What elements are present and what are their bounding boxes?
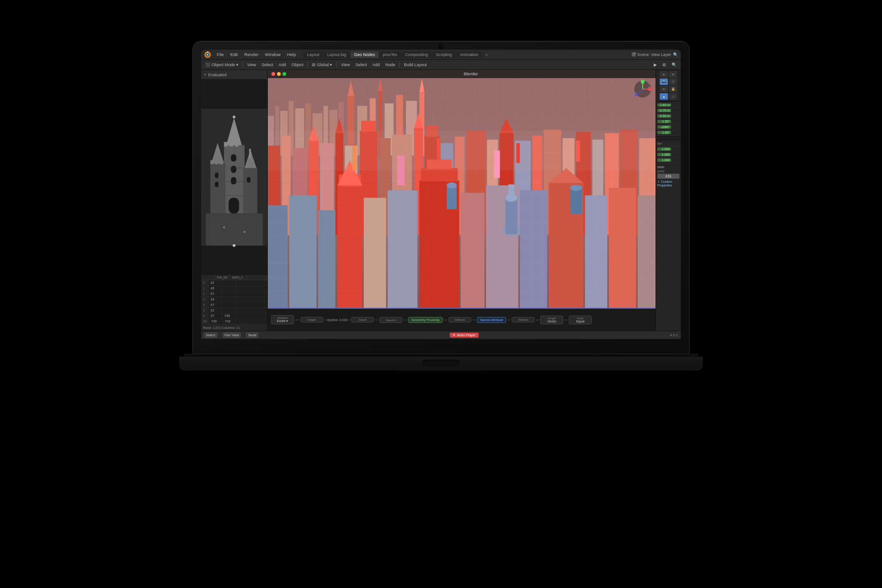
tab-layout[interactable]: Layout — [303, 51, 323, 58]
data-table: inst_idx stack_t... 042 145 257 — [201, 274, 267, 331]
menu-file[interactable]: File — [214, 51, 226, 58]
svg-rect-114 — [447, 186, 457, 209]
node-integer[interactable]: Integer — [300, 317, 323, 322]
prop-row-1: 1.63 m — [657, 102, 679, 108]
table-row: 316 — [201, 297, 267, 302]
add-menu[interactable]: Add — [276, 62, 288, 68]
select-menu[interactable]: Select — [259, 62, 275, 68]
modifier-menu[interactable]: View — [339, 62, 352, 68]
close-button[interactable] — [271, 72, 275, 76]
view-menu[interactable]: View — [245, 62, 258, 68]
object-mode-selector[interactable]: ⬛ Object Mode ▾ — [203, 62, 241, 68]
tab-compositing[interactable]: Compositing — [401, 51, 432, 58]
prop-val-6[interactable]: 1.83° — [657, 131, 671, 134]
prop-row-7: 1.000 — [657, 147, 679, 152]
svg-rect-9 — [235, 142, 238, 147]
right-panel: ▼ 👁 📷 ☑ 👁 🔒 — [656, 70, 681, 331]
menu-edit[interactable]: Edit — [227, 51, 240, 58]
svg-rect-23 — [206, 214, 263, 246]
svg-rect-22 — [247, 177, 250, 183]
tab-proctex[interactable]: procTex — [379, 51, 401, 58]
left-panel-header: + Evaluated — [201, 70, 267, 80]
toolbar: ⬛ Object Mode ▾ View Select Add Object ⊞… — [201, 60, 681, 70]
data-table-columns: inst_idx stack_t... — [201, 275, 267, 280]
search-toolbar[interactable]: 🔍 — [669, 62, 679, 68]
toolbar-right: ▶ ⊞ 🔍 — [651, 62, 679, 68]
lock-icon[interactable]: 🔒 — [669, 86, 677, 92]
outliner-icons: ▼ 👁 📷 ☑ 👁 🔒 — [656, 70, 681, 102]
prop-val-9[interactable]: 1.000 — [657, 158, 671, 162]
exports-label: ports — [657, 170, 679, 173]
trackpad[interactable] — [423, 360, 459, 366]
toolbar-icon-1[interactable]: ▶ — [651, 62, 659, 68]
node-named-attribute[interactable]: Named Attribute — [477, 317, 506, 323]
node-key[interactable]: Node — [246, 333, 258, 338]
prop-row-6: 1.83° — [657, 130, 679, 136]
search-icon[interactable]: 🔍 — [673, 52, 678, 57]
node-attribute-1[interactable]: Attribute Exists ▾ — [271, 315, 294, 324]
prop-val-5[interactable]: -1086° — [657, 125, 671, 129]
tab-scripting[interactable]: Scripting — [432, 51, 456, 58]
node-geo-proximity[interactable]: Geometry Proximity — [408, 317, 442, 323]
svg-rect-117 — [570, 188, 582, 214]
node-attribute-3[interactable]: Attribute — [512, 317, 535, 322]
node-editor-inner: Attribute Exists ▾ Integer Epsilon 3.043 — [268, 309, 656, 331]
tab-layout-big[interactable]: Layout.big — [323, 51, 350, 58]
node-length[interactable]: Length Vector — [540, 316, 563, 324]
left-panel: + Evaluated — [201, 70, 268, 331]
viewport-title: Blender — [290, 72, 652, 76]
nav-gizmo[interactable]: X Y Z — [633, 80, 652, 98]
menu-window[interactable]: Window — [262, 51, 283, 58]
left-panel-icon: + — [204, 73, 206, 77]
prop-row-5: -1086° — [657, 124, 679, 130]
icon-row-1: ▼ 👁 — [657, 71, 679, 78]
epsilon-label: Epsilon 3.043 — [328, 318, 347, 322]
svg-text:Z: Z — [635, 92, 636, 95]
add-menu-2[interactable]: Add — [370, 62, 382, 68]
prop-val-2[interactable]: 0.75 m — [657, 109, 671, 112]
prop-val-3[interactable]: 0.53 m — [657, 114, 671, 118]
data-footer: Rows: 1,073 Columns: 21 — [201, 324, 267, 331]
mesh-icon[interactable]: △ — [669, 93, 677, 100]
minimize-button[interactable] — [277, 72, 281, 76]
view-icon[interactable]: 👁 — [669, 71, 677, 78]
build-layout-btn[interactable]: Build Layout — [401, 62, 429, 68]
node-attribute-2[interactable]: Attribute — [448, 317, 471, 322]
node-equal-1[interactable]: Equal — [351, 317, 374, 322]
add-workspace-button[interactable]: + — [482, 51, 491, 58]
maximize-button[interactable] — [283, 72, 286, 76]
table-row: 63745742 — [201, 319, 267, 324]
node-float[interactable]: Float Equal — [569, 316, 592, 324]
toolbar-icon-2[interactable]: ⊞ — [660, 62, 668, 68]
select-key[interactable]: Select — [204, 333, 217, 338]
svg-rect-66 — [361, 121, 375, 132]
menu-bar: File Edit Render Window Help Layout Layo… — [201, 50, 681, 60]
select-visible-icon[interactable]: ☑ — [669, 79, 677, 85]
icon-row-3: 👁 🔒 — [657, 86, 679, 92]
svg-rect-13 — [215, 160, 218, 164]
prop-row-2: 0.75 m — [657, 108, 679, 113]
hide-icon[interactable]: 👁 — [660, 86, 668, 92]
menu-render[interactable]: Render — [242, 51, 261, 58]
center-viewport[interactable]: Blender — [268, 70, 656, 331]
active-icon[interactable]: ● — [660, 93, 668, 100]
close-anim-icon: ✕ — [452, 333, 456, 337]
svg-rect-122 — [509, 184, 514, 198]
node-menu[interactable]: Node — [383, 62, 398, 68]
anim-player-button[interactable]: ✕ Anim Player — [450, 333, 478, 338]
transform-selector[interactable]: ⊞ Global ▾ — [310, 62, 334, 68]
node-result[interactable]: Result ▾ — [379, 317, 402, 323]
tab-animation[interactable]: Animation — [456, 51, 482, 58]
prop-val-8[interactable]: 1.000 — [657, 153, 671, 156]
select-menu-2[interactable]: Select — [353, 62, 369, 68]
prop-val-7[interactable]: 1.000 — [657, 147, 671, 151]
object-menu[interactable]: Object — [289, 62, 305, 68]
prop-val-1[interactable]: 1.63 m — [657, 103, 671, 107]
render-visible-icon[interactable]: 📷 — [660, 79, 668, 85]
prop-val-4[interactable]: 1.55° — [657, 120, 671, 123]
pan-key[interactable]: Pan View — [223, 333, 241, 338]
right-misc: table ports 231 ✓ Custom Properties — [656, 164, 681, 188]
menu-help[interactable]: Help — [284, 51, 299, 58]
filter-icon[interactable]: ▼ — [660, 71, 668, 78]
tab-geo-nodes[interactable]: Geo Nodes — [351, 51, 379, 58]
